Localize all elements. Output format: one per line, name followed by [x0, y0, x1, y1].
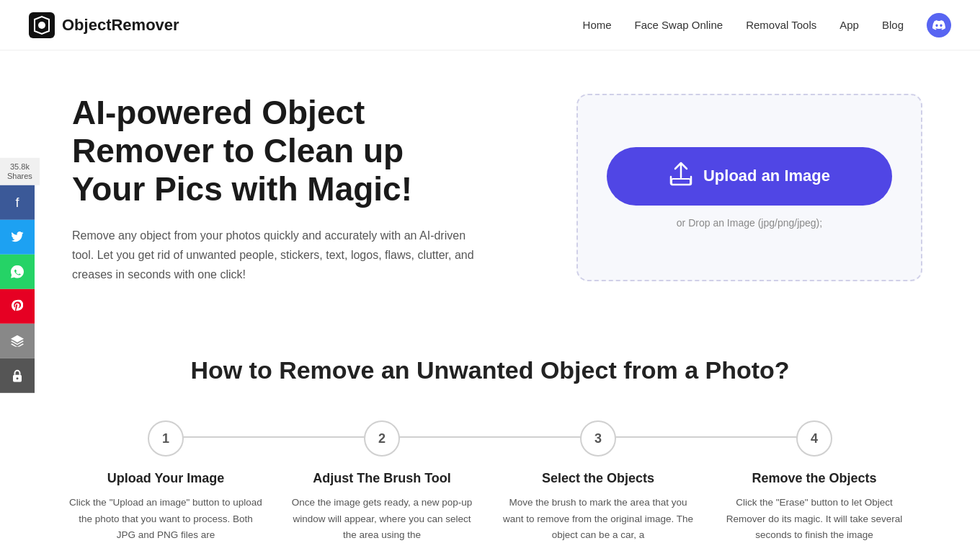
step-2-desc: Once the image gets ready, a new pop-up …: [285, 495, 478, 543]
navigation: ObjectRemover Home Face Swap Online Remo…: [0, 0, 980, 50]
step-4: 4 Remove the Objects Click the "Erase" b…: [706, 420, 922, 543]
logo-icon: [29, 12, 55, 38]
step-2-title: Adjust The Brush Tool: [313, 471, 451, 486]
nav-app[interactable]: App: [839, 19, 859, 31]
upload-button-label: Upload an Image: [703, 167, 830, 185]
step-1: 1 Upload Your Image Click the "Upload an…: [58, 420, 274, 543]
step-3-title: Select the Objects: [542, 471, 654, 486]
twitter-share-button[interactable]: [0, 220, 35, 255]
nav-removal-tools[interactable]: Removal Tools: [746, 19, 816, 31]
upload-hint: or Drop an Image (jpg/png/jpeg);: [677, 217, 822, 229]
hero-description: Remove any object from your photos quick…: [72, 226, 476, 285]
step-3-desc: Move the brush to mark the area that you…: [502, 495, 695, 543]
step-2: 2 Adjust The Brush Tool Once the image g…: [274, 420, 490, 543]
nav-links: Home Face Swap Online Removal Tools App …: [583, 13, 951, 38]
social-count: 35.8k Shares: [0, 158, 40, 185]
nav-home[interactable]: Home: [583, 19, 612, 31]
social-sidebar: 35.8k Shares f: [0, 158, 40, 393]
steps-row: 1 Upload Your Image Click the "Upload an…: [58, 420, 922, 543]
upload-button[interactable]: Upload an Image: [607, 147, 892, 206]
svg-point-3: [17, 378, 19, 380]
how-to-title: How to Remove an Unwanted Object from a …: [58, 356, 922, 384]
whatsapp-share-button[interactable]: [0, 255, 35, 289]
hero-text: AI-powered Object Remover to Clean up Yo…: [72, 94, 476, 284]
step-3: 3 Select the Objects Move the brush to m…: [490, 420, 706, 543]
upload-icon: [669, 162, 693, 191]
facebook-share-button[interactable]: f: [0, 185, 35, 220]
svg-point-1: [38, 22, 45, 29]
layers-share-button[interactable]: [0, 324, 35, 358]
discord-button[interactable]: [927, 13, 951, 38]
step-4-desc: Click the "Erase" button to let Object R…: [718, 495, 911, 543]
upload-area[interactable]: Upload an Image or Drop an Image (jpg/pn…: [576, 94, 922, 281]
step-4-number: 4: [796, 420, 832, 457]
step-2-number: 2: [364, 420, 400, 457]
nav-blog[interactable]: Blog: [882, 19, 904, 31]
hero-section: AI-powered Object Remover to Clean up Yo…: [0, 50, 980, 327]
hero-title: AI-powered Object Remover to Clean up Yo…: [72, 94, 476, 208]
step-1-title: Upload Your Image: [107, 471, 224, 486]
logo-link[interactable]: ObjectRemover: [29, 12, 179, 38]
how-to-section: How to Remove an Unwanted Object from a …: [0, 327, 980, 551]
nav-face-swap[interactable]: Face Swap Online: [635, 19, 723, 31]
step-4-title: Remove the Objects: [752, 471, 876, 486]
logo-text: ObjectRemover: [62, 16, 179, 35]
step-1-number: 1: [148, 420, 184, 457]
step-1-desc: Click the "Upload an image" button to up…: [69, 495, 262, 543]
step-3-number: 3: [580, 420, 616, 457]
lock-share-button[interactable]: [0, 358, 35, 393]
pinterest-share-button[interactable]: [0, 289, 35, 324]
